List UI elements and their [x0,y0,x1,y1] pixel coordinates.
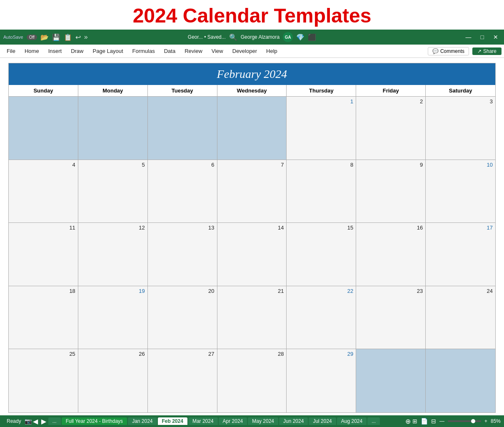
menu-page-layout[interactable]: Page Layout [89,46,127,56]
menu-review[interactable]: Review [180,46,207,56]
cal-cell-w1-d5[interactable]: 1 [287,97,356,160]
cal-cell-w5-d5[interactable]: 29 [287,349,356,412]
cal-cell-w3-d7[interactable]: 17 [426,223,495,286]
cal-cell-w5-d2[interactable]: 26 [78,349,148,412]
day-num-24: 24 [428,288,493,294]
comments-button[interactable]: 💬 Comments [428,47,469,55]
layout-icon[interactable]: ⊟ [431,418,436,425]
week-row-3: 11121314151617 [9,223,495,286]
cal-cell-w4-d7[interactable]: 24 [426,286,495,349]
sheet-nav-next[interactable]: ▶ [40,417,47,425]
day-num-27: 27 [150,351,215,357]
zoom-slider[interactable] [448,420,481,422]
zoom-minus[interactable]: — [439,418,444,424]
day-num-12: 12 [81,225,145,231]
sheet-tab-5[interactable]: May 2024 [248,417,278,425]
menu-home[interactable]: Home [20,46,43,56]
sheet-tabs: ◀▶...Full Year 2024 - BirthdaysJan 2024F… [32,417,402,425]
sheet-dots-start[interactable]: ... [48,417,61,425]
sheet-tab-1[interactable]: Jan 2024 [128,417,157,425]
zoom-plus[interactable]: + [484,418,487,424]
day-num-4: 4 [11,162,75,168]
sheet-tab-3[interactable]: Mar 2024 [188,417,218,425]
cal-cell-w5-d1[interactable]: 25 [9,349,78,412]
cal-cell-w1-d7[interactable]: 3 [426,97,495,160]
cal-cell-w4-d2[interactable]: 19 [78,286,148,349]
cal-cell-w3-d1[interactable]: 11 [9,223,78,286]
folder-icon[interactable]: 📂 [40,33,49,41]
calendar-grid: 1234567891011121314151617181920212223242… [9,97,495,412]
cal-cell-w2-d1[interactable]: 4 [9,160,78,223]
zoom-level: 85% [491,418,501,424]
cal-cell-w3-d2[interactable]: 12 [78,223,148,286]
cal-cell-w3-d4[interactable]: 14 [217,223,287,286]
menu-data[interactable]: Data [160,46,180,56]
maximize-button[interactable]: □ [478,34,487,40]
comments-label: Comments [440,48,464,54]
save-alt-icon[interactable]: 📋 [64,33,72,41]
cal-cell-w3-d3[interactable]: 13 [148,223,217,286]
more-icon[interactable]: » [84,33,88,41]
week-row-2: 45678910 [9,160,495,223]
sheet-tab-2[interactable]: Feb 2024 [158,417,187,425]
menu-formulas[interactable]: Formulas [128,46,159,56]
save-icon[interactable]: 💾 [52,33,60,41]
minimize-button[interactable]: — [463,34,474,40]
window-icon[interactable]: ⬛ [308,33,316,41]
day-num-10: 10 [428,162,493,168]
cal-cell-w3-d5[interactable]: 15 [287,223,356,286]
cal-cell-w5-d6[interactable] [356,349,426,412]
title-bar-left: AutoSave Off 📂 💾 📋 ↩ » [3,33,167,41]
cal-cell-w1-d4[interactable] [217,97,287,160]
cal-cell-w1-d3[interactable] [148,97,217,160]
cal-cell-w2-d6[interactable]: 9 [356,160,426,223]
diamond-icon[interactable]: 💎 [296,33,304,41]
menu-help[interactable]: Help [262,46,282,56]
cal-cell-w2-d5[interactable]: 8 [287,160,356,223]
cal-cell-w4-d5[interactable]: 22 [287,286,356,349]
sheet-tab-7[interactable]: Jul 2024 [309,417,336,425]
cal-cell-w4-d6[interactable]: 23 [356,286,426,349]
cal-cell-w4-d4[interactable]: 21 [217,286,287,349]
cal-cell-w3-d6[interactable]: 16 [356,223,426,286]
cal-cell-w4-d3[interactable]: 20 [148,286,217,349]
day-friday: Friday [356,85,426,96]
cal-cell-w5-d7[interactable] [426,349,495,412]
week-row-1: 123 [9,97,495,160]
menu-draw[interactable]: Draw [67,46,87,56]
cal-cell-w5-d4[interactable]: 28 [217,349,287,412]
menu-view[interactable]: View [207,46,227,56]
cal-cell-w2-d2[interactable]: 5 [78,160,148,223]
autosave-toggle[interactable]: Off [27,35,37,40]
day-tuesday: Tuesday [148,85,217,96]
close-button[interactable]: ✕ [491,34,501,40]
grid-view-icon[interactable]: ⊞ [412,418,417,425]
new-sheet-button[interactable]: ⊕ [404,417,412,425]
share-button[interactable]: ↗ Share [472,47,502,55]
cal-cell-w1-d2[interactable] [78,97,148,160]
sheet-tab-9[interactable]: ... [367,417,380,425]
cal-cell-w2-d3[interactable]: 6 [148,160,217,223]
cal-cell-w2-d7[interactable]: 10 [426,160,495,223]
menu-insert[interactable]: Insert [44,46,66,56]
user-avatar[interactable]: GA [283,32,293,42]
sheet-nav-prev[interactable]: ◀ [32,417,39,425]
menu-developer[interactable]: Developer [228,46,261,56]
menu-file[interactable]: File [2,46,20,56]
undo-icon[interactable]: ↩ [75,33,81,41]
sheet-tab-4[interactable]: Apr 2024 [219,417,247,425]
cal-cell-w1-d1[interactable] [9,97,78,160]
cal-cell-w2-d4[interactable]: 7 [217,160,287,223]
cal-cell-w4-d1[interactable]: 18 [9,286,78,349]
sheet-tab-6[interactable]: Jun 2024 [279,417,308,425]
comment-icon: 💬 [432,48,439,54]
page-view-icon[interactable]: 📄 [421,418,428,425]
cal-cell-w1-d6[interactable]: 2 [356,97,426,160]
status-right: ⊞ 📄 ⊟ — + 85% [412,418,501,425]
sheet-tab-0[interactable]: Full Year 2024 - Birthdays [62,417,127,425]
share-label: Share [483,48,497,54]
day-num-18: 18 [11,288,75,294]
search-icon[interactable]: 🔍 [229,33,237,41]
sheet-tab-8[interactable]: Aug 2024 [337,417,367,425]
cal-cell-w5-d3[interactable]: 27 [148,349,217,412]
